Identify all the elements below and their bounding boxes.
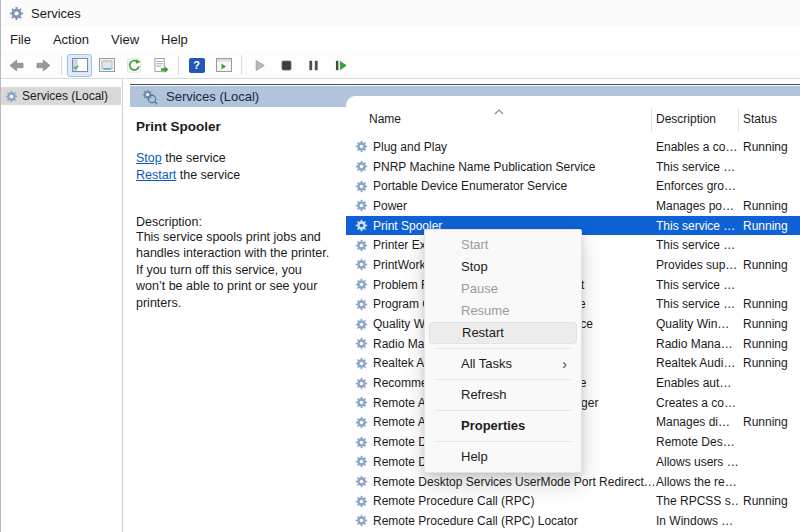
service-name-cell: Plug and Play — [373, 140, 654, 154]
service-gear-icon — [355, 436, 368, 449]
service-name-cell: Portable Device Enumerator Service — [373, 179, 654, 193]
context-menu-item-properties[interactable]: Properties — [425, 415, 581, 437]
pause-service-button[interactable] — [301, 54, 326, 77]
service-gear-icon — [355, 258, 368, 271]
back-button[interactable] — [4, 54, 29, 77]
menu-file[interactable]: File — [1, 29, 42, 50]
service-description-cell: Quality Win… — [656, 317, 740, 331]
toolbar: ? — [1, 52, 800, 79]
service-gear-icon — [355, 396, 368, 409]
show-action-pane-button[interactable] — [211, 54, 236, 77]
service-gear-icon — [355, 239, 368, 252]
submenu-arrow-icon: › — [562, 353, 567, 375]
service-gear-icon — [355, 318, 368, 331]
service-status-cell: Running — [743, 317, 799, 331]
description-text: This service spools print jobs and handl… — [136, 229, 334, 311]
sort-ascending-icon — [494, 109, 504, 115]
service-gear-icon — [355, 357, 368, 370]
console-tree-sidebar: Services (Local) — [1, 79, 123, 532]
context-menu-item-stop[interactable]: Stop — [425, 256, 581, 278]
service-gear-icon — [355, 514, 368, 527]
context-menu-item-start: Start — [425, 234, 581, 256]
stop-service-button[interactable] — [274, 54, 299, 77]
restart-service-button[interactable] — [328, 54, 353, 77]
services-gear-icon — [5, 90, 18, 103]
service-description-cell: This service … — [656, 160, 740, 174]
list-header: Name Description Status — [346, 96, 800, 137]
service-description-cell: Provides sup… — [656, 258, 740, 272]
service-row[interactable]: Plug and PlayEnables a co…Running — [346, 137, 800, 157]
stop-service-line: Stop the service — [136, 150, 338, 167]
service-description-cell: This service … — [656, 219, 740, 233]
context-menu: StartStopPauseResumeRestartAll Tasks›Ref… — [424, 229, 582, 473]
service-description-cell: Allows the re… — [656, 475, 740, 489]
column-divider[interactable] — [738, 108, 739, 132]
stop-service-suffix: the service — [162, 151, 226, 165]
properties-button[interactable] — [94, 54, 119, 77]
service-status-cell: Running — [743, 140, 799, 154]
menu-separator — [435, 441, 571, 442]
service-name-cell: Power — [373, 199, 654, 213]
pause-icon — [306, 58, 321, 73]
service-row[interactable]: Portable Device Enumerator ServiceEnforc… — [346, 176, 800, 196]
menu-separator — [435, 410, 571, 411]
service-row[interactable]: PowerManages po…Running — [346, 196, 800, 216]
service-action-links: Stop the service Restart the service — [136, 150, 338, 184]
help-icon: ? — [189, 58, 205, 73]
menu-help[interactable]: Help — [150, 29, 199, 50]
column-header-status[interactable]: Status — [743, 112, 777, 126]
toolbar-separator — [241, 55, 242, 75]
sidebar-item-label: Services (Local) — [22, 89, 108, 103]
service-gear-icon — [355, 160, 368, 173]
service-name-cell: Remote Desktop Services UserMode Port Re… — [373, 475, 654, 489]
service-gear-icon — [355, 199, 368, 212]
context-menu-item-help[interactable]: Help — [425, 446, 581, 468]
column-header-name[interactable]: Name — [369, 112, 401, 126]
service-description-cell: Realtek Audi… — [656, 356, 740, 370]
service-status-cell: Running — [743, 219, 799, 233]
context-menu-item-pause: Pause — [425, 278, 581, 300]
title-bar: Services — [1, 0, 800, 26]
service-row[interactable]: Remote Procedure Call (RPC)The RPCSS s…R… — [346, 491, 800, 511]
context-menu-item-all-tasks[interactable]: All Tasks› — [425, 353, 581, 375]
service-name-cell: PNRP Machine Name Publication Service — [373, 160, 654, 174]
service-description-cell: This service … — [656, 238, 740, 252]
service-status-cell: Running — [743, 258, 799, 272]
services-window: Services File Action View Help — [0, 0, 800, 532]
show-console-tree-button[interactable] — [67, 54, 92, 77]
service-status-cell: Running — [743, 494, 799, 508]
service-row[interactable]: Remote Desktop Services UserMode Port Re… — [346, 472, 800, 492]
help-button[interactable]: ? — [184, 54, 209, 77]
stop-service-link[interactable]: Stop — [136, 151, 162, 165]
service-gear-icon — [355, 180, 368, 193]
service-description-cell: Allows users … — [656, 455, 740, 469]
restart-service-link[interactable]: Restart — [136, 168, 176, 182]
service-row[interactable]: Remote Procedure Call (RPC) LocatorIn Wi… — [346, 511, 800, 531]
toolbar-separator — [61, 55, 62, 75]
service-gear-icon — [355, 475, 368, 488]
toolbar-separator — [178, 55, 179, 75]
menu-action[interactable]: Action — [42, 29, 100, 50]
service-name-cell: Remote Procedure Call (RPC) Locator — [373, 514, 654, 528]
column-header-description[interactable]: Description — [656, 112, 716, 126]
properties-icon — [99, 58, 115, 72]
forward-button[interactable] — [31, 54, 56, 77]
window-title: Services — [31, 6, 81, 21]
menu-separator — [435, 379, 571, 380]
service-description-cell: Radio Mana… — [656, 337, 740, 351]
sidebar-item-services-local[interactable]: Services (Local) — [1, 87, 121, 105]
forward-arrow-icon — [35, 58, 52, 73]
service-description-cell: Creates a co… — [656, 396, 740, 410]
menu-view[interactable]: View — [100, 29, 150, 50]
context-menu-item-restart[interactable]: Restart — [429, 322, 577, 344]
context-menu-item-refresh[interactable]: Refresh — [425, 384, 581, 406]
restart-service-suffix: the service — [176, 168, 240, 182]
action-pane-icon — [216, 58, 232, 72]
service-row[interactable]: PNRP Machine Name Publication ServiceThi… — [346, 157, 800, 177]
refresh-button[interactable] — [121, 54, 146, 77]
back-arrow-icon — [8, 58, 25, 73]
column-divider[interactable] — [651, 108, 652, 132]
service-status-cell: Running — [743, 297, 799, 311]
service-description-cell: Manages di… — [656, 415, 740, 429]
export-list-button[interactable] — [148, 54, 173, 77]
